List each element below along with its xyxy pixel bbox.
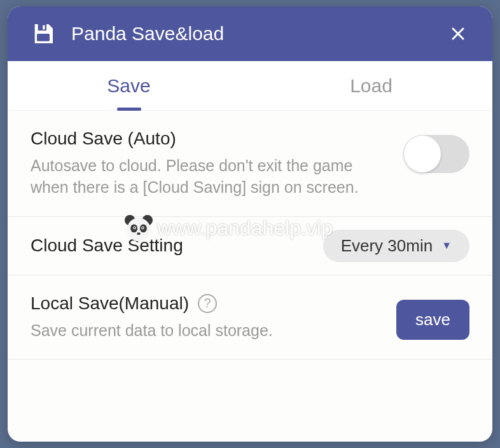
tab-save[interactable]: Save [8,61,250,110]
save-load-modal: Panda Save&load Save Load Cloud Save (Au… [8,6,492,442]
local-save-text: Local Save(Manual) ? Save current data t… [31,293,396,342]
cloud-auto-toggle[interactable] [403,135,469,173]
local-save-title: Local Save(Manual) ? [31,293,384,314]
interval-dropdown[interactable]: Every 30min ▼ [323,230,469,262]
cloud-setting-row: Cloud Save Setting Every 30min ▼ [8,217,492,276]
save-button[interactable]: save [396,300,469,340]
svg-rect-2 [37,34,50,41]
local-save-subtitle: Save current data to local storage. [31,320,384,342]
cloud-auto-subtitle: Autosave to cloud. Please don't exit the… [31,155,391,199]
modal-title: Panda Save&load [71,23,224,45]
chevron-down-icon: ▼ [441,240,452,251]
toggle-knob [404,136,441,172]
cloud-auto-title: Cloud Save (Auto) [31,129,391,149]
modal-header: Panda Save&load [8,6,492,61]
cloud-auto-row: Cloud Save (Auto) Autosave to cloud. Ple… [8,111,492,217]
svg-rect-0 [38,24,46,31]
local-save-title-text: Local Save(Manual) [31,293,189,314]
svg-rect-1 [43,25,45,30]
content-area: Cloud Save (Auto) Autosave to cloud. Ple… [8,111,492,360]
tab-bar: Save Load [8,61,492,111]
cloud-setting-label: Cloud Save Setting [31,235,183,256]
close-button[interactable] [447,22,469,45]
cloud-auto-text: Cloud Save (Auto) Autosave to cloud. Ple… [31,129,403,199]
help-icon[interactable]: ? [198,294,217,313]
dropdown-value: Every 30min [341,236,433,256]
local-save-row: Local Save(Manual) ? Save current data t… [8,276,492,360]
tab-load[interactable]: Load [250,61,492,110]
header-left: Panda Save&load [31,21,224,46]
floppy-disk-icon [31,21,56,46]
